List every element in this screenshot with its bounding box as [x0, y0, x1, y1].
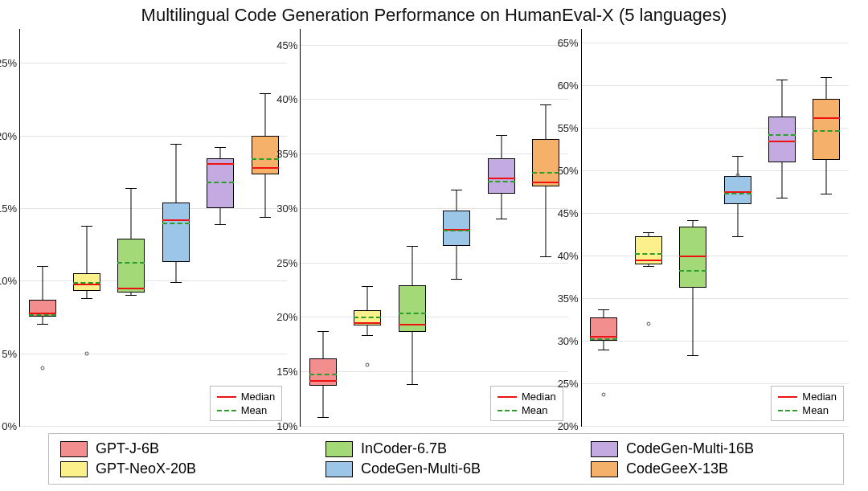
- legend-swatch: [591, 461, 618, 477]
- ytick: 15%: [260, 366, 297, 378]
- legend-label: CodeGen-Multi-6B: [361, 460, 481, 477]
- panels: 0%5%10%15%20%25%pass@1MedianMean10%15%20…: [19, 29, 849, 427]
- legend-swatch: [326, 441, 353, 457]
- mini-legend: MedianMean: [490, 386, 563, 421]
- legend-label: CodeGeeX-13B: [626, 460, 728, 477]
- axes: 20%25%30%35%40%45%50%55%60%65%pass@100Me…: [581, 29, 849, 427]
- legend-mean: Mean: [802, 404, 829, 416]
- ytick: 20%: [260, 311, 297, 323]
- legend-median: Median: [241, 391, 276, 403]
- legend-swatch: [60, 461, 88, 477]
- ytick: 50%: [542, 164, 579, 176]
- ytick: 35%: [260, 148, 297, 160]
- ytick: 30%: [542, 334, 579, 346]
- legend-swatch: [60, 441, 88, 457]
- legend-swatch: [591, 441, 618, 457]
- ytick: 5%: [0, 347, 17, 359]
- chart-title: Multilingual Code Generation Performance…: [0, 0, 868, 26]
- ytick: 10%: [260, 420, 297, 432]
- ytick: 65%: [542, 36, 579, 48]
- ytick: 20%: [0, 129, 17, 141]
- ytick: 25%: [260, 256, 297, 268]
- legend-label: GPT-J-6B: [96, 440, 159, 457]
- ytick: 45%: [542, 207, 579, 219]
- ytick: 40%: [542, 249, 579, 261]
- legend-item: GPT-J-6B: [60, 440, 301, 457]
- legend-median: Median: [522, 391, 556, 403]
- legend-label: GPT-NeoX-20B: [96, 460, 196, 477]
- legend-item: CodeGen-Multi-16B: [591, 440, 832, 457]
- legend-mean: Mean: [522, 404, 548, 416]
- legend-item: CodeGen-Multi-6B: [326, 460, 567, 477]
- figure: { "title": "Multilingual Code Generation…: [0, 0, 868, 491]
- ytick: 10%: [0, 275, 17, 287]
- legend-item: InCoder-6.7B: [326, 440, 567, 457]
- legend-swatch: [326, 461, 353, 477]
- axes: 10%15%20%25%30%35%40%45%pass@10MedianMea…: [300, 29, 567, 427]
- ytick: 0%: [0, 420, 17, 432]
- legend-item: CodeGeeX-13B: [591, 460, 832, 477]
- ytick: 25%: [0, 57, 17, 69]
- legend-item: GPT-NeoX-20B: [60, 460, 301, 477]
- axes: 0%5%10%15%20%25%pass@1MedianMean: [19, 29, 287, 427]
- ytick: 45%: [260, 39, 297, 51]
- ytick: 60%: [542, 79, 579, 91]
- ytick: 20%: [542, 420, 579, 432]
- model-legend: GPT-J-6BInCoder-6.7BCodeGen-Multi-16BGPT…: [48, 433, 844, 485]
- legend-mean: Mean: [241, 404, 268, 416]
- mini-legend: MedianMean: [771, 386, 844, 421]
- legend-median: Median: [802, 391, 837, 403]
- ytick: 15%: [0, 202, 17, 214]
- ytick: 40%: [260, 93, 297, 105]
- ytick: 55%: [542, 121, 579, 133]
- legend-label: CodeGen-Multi-16B: [626, 440, 754, 457]
- mini-legend: MedianMean: [210, 386, 283, 421]
- ytick: 30%: [260, 202, 297, 214]
- ytick: 25%: [542, 377, 579, 389]
- legend-label: InCoder-6.7B: [361, 440, 447, 457]
- ytick: 35%: [542, 292, 579, 304]
